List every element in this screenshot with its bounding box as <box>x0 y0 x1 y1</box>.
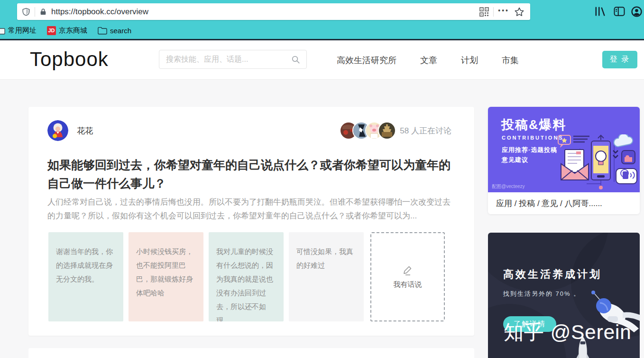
question-excerpt: 人们经常对自己说，过去的事情后悔也没用。所以不要为了打翻牛奶瓶而哭泣。但谁不希望… <box>47 195 457 223</box>
browser-chrome: https://topbook.cc/overview ••• 常用网址 JD … <box>0 0 644 40</box>
site-header: Topbook 高效生活研究所 文章 计划 市集 登 录 <box>0 40 644 80</box>
bookmark-label: search <box>110 27 131 35</box>
rocket-illustration <box>572 333 593 358</box>
bookmark-item-jd[interactable]: JD 京东商城 <box>47 26 87 35</box>
add-answer-label: 我有话说 <box>394 280 422 289</box>
sidebar-toggle-icon[interactable] <box>614 7 625 16</box>
lock-icon[interactable] <box>39 8 47 16</box>
contributions-illustration <box>557 134 638 192</box>
author-avatar[interactable] <box>47 120 68 141</box>
url-text[interactable]: https://topbook.cc/overview <box>51 7 479 17</box>
author-name: 花花 <box>77 125 93 136</box>
plan-card[interactable]: 高效生活养成计划 找到生活另外的 70% 。 了解详情 <box>488 233 640 358</box>
question-title[interactable]: 如果能够回到过去，你希望对童年的自己说点什么？或者你希望可以为童年的自己做一件什… <box>47 156 461 193</box>
bookmark-label: 常用网址 <box>8 26 37 35</box>
url-bar[interactable]: https://topbook.cc/overview ••• <box>17 3 530 20</box>
contributions-line1: 应用推荐·选题投稿 <box>502 146 557 154</box>
question-card: 花花 58 人正在讨论 如果能够回到过去，你希望对童年的自己说点什么？或者你希望… <box>28 107 474 336</box>
tracking-shield-icon[interactable] <box>22 7 30 17</box>
add-answer-card[interactable]: 我有话说 <box>370 232 445 321</box>
answers-row: 谢谢当年的我，你的选择成就现在身无分文的我。 小时候没钱买房，也不能投阿里巴巴，… <box>48 232 445 321</box>
folder-icon <box>0 27 5 35</box>
bookmark-item-search-folder[interactable]: search <box>98 27 131 35</box>
nav-item-plans[interactable]: 计划 <box>461 55 478 66</box>
nav-item-lab[interactable]: 高效生活研究所 <box>337 55 396 66</box>
answer-card[interactable]: 小时候没钱买房，也不能投阿里巴巴，那就锻炼好身体吧哈哈 <box>129 232 203 321</box>
bookmarks-bar: 常用网址 JD 京东商城 search <box>0 22 142 38</box>
site-logo[interactable]: Topbook <box>30 48 109 71</box>
search-icon[interactable] <box>291 55 300 64</box>
answer-card[interactable]: 可惜没如果，我真的好难过 <box>289 232 364 321</box>
page-actions-icon[interactable]: ••• <box>498 7 509 17</box>
site-search <box>159 50 307 69</box>
image-credit: 配图@vecteezy <box>492 183 525 190</box>
plan-details-button[interactable]: 了解详情 <box>503 316 556 332</box>
nav-item-market[interactable]: 市集 <box>502 55 519 66</box>
participant-avatar <box>378 122 396 140</box>
bookmark-star-icon[interactable] <box>514 7 524 17</box>
answer-card[interactable]: 谢谢当年的我，你的选择成就现在身无分文的我。 <box>48 232 123 321</box>
search-input[interactable] <box>166 55 291 64</box>
discussion-avatars <box>340 122 396 140</box>
question-card-header: 花花 58 人正在讨论 <box>47 120 451 141</box>
discussion-count: 58 人正在讨论 <box>400 125 451 136</box>
contributions-caption: 应用 / 投稿 / 意见 / 八阿哥...... <box>488 192 640 214</box>
contributions-banner: 投稿&爆料 CONTRIBUTIONS 应用推荐·选题投稿 意见建议 配图@ve… <box>488 107 640 192</box>
qr-code-icon[interactable] <box>479 7 489 17</box>
contributions-title: 投稿&爆料 <box>501 116 567 133</box>
contributions-line2: 意见建议 <box>502 156 528 164</box>
pencil-icon <box>403 265 413 277</box>
divider <box>35 7 35 17</box>
bookmark-label: 京东商城 <box>59 26 87 35</box>
contributions-subtitle: CONTRIBUTIONS <box>502 135 564 141</box>
bookmark-item-favorites[interactable]: 常用网址 <box>0 26 37 35</box>
folder-icon <box>98 27 107 35</box>
plan-title: 高效生活养成计划 <box>503 267 602 282</box>
plan-subtitle: 找到生活另外的 70% 。 <box>503 290 580 298</box>
main-nav: 高效生活研究所 文章 计划 市集 <box>337 40 519 80</box>
next-question-card[interactable] <box>28 348 474 358</box>
nav-item-articles[interactable]: 文章 <box>420 55 437 66</box>
answer-card[interactable]: 我对儿童的时候没有什么想说的，因为我真的就是说也没有办法回到过去，所以还不如现.… <box>209 232 284 321</box>
divider <box>493 7 494 17</box>
contributions-card[interactable]: 投稿&爆料 CONTRIBUTIONS 应用推荐·选题投稿 意见建议 配图@ve… <box>488 107 640 214</box>
login-button[interactable]: 登 录 <box>602 51 637 68</box>
library-icon[interactable] <box>595 6 606 17</box>
account-icon[interactable] <box>631 6 642 17</box>
jd-badge: JD <box>47 26 56 35</box>
